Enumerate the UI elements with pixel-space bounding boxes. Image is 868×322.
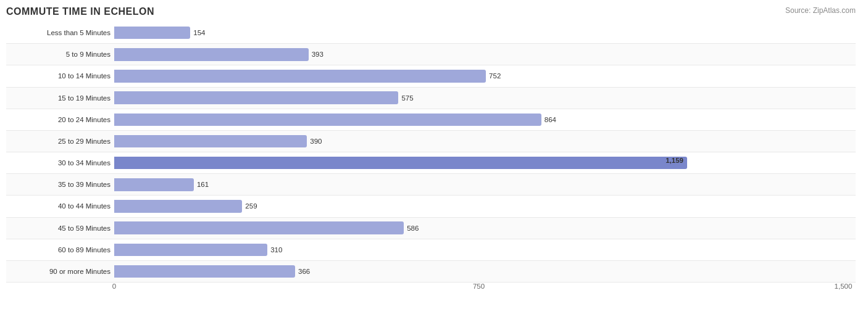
bar-label: 45 to 59 Minutes — [6, 225, 114, 232]
bar-value: 161 — [197, 181, 209, 188]
bar-value: 393 — [312, 51, 323, 58]
x-axis: 07501,500 — [114, 283, 843, 295]
bar-track: 259 — [114, 200, 856, 213]
bar-value: 1,159 — [666, 157, 683, 164]
bar-label: 40 to 44 Minutes — [6, 202, 114, 210]
bar-track: 393 — [114, 48, 856, 61]
bar-track: 864 — [114, 114, 856, 126]
bar-value: 259 — [245, 202, 257, 210]
bar-fill — [114, 70, 486, 83]
bar-label: 35 to 39 Minutes — [6, 181, 114, 188]
chart-title: COMMUTE TIME IN ECHELON — [6, 6, 856, 17]
bar-label: 10 to 14 Minutes — [6, 72, 114, 80]
bar-track: 586 — [114, 221, 856, 234]
bar-value: 575 — [401, 94, 413, 102]
bar-fill — [114, 91, 398, 104]
bar-label: 5 to 9 Minutes — [6, 51, 114, 58]
bar-value: 366 — [298, 268, 310, 275]
bar-track: 366 — [114, 265, 856, 278]
bar-row: 45 to 59 Minutes586 — [6, 218, 856, 239]
bar-fill — [114, 178, 194, 191]
bar-row: 20 to 24 Minutes864 — [6, 109, 856, 131]
bar-value: 310 — [270, 246, 282, 254]
bar-row: 60 to 89 Minutes310 — [6, 239, 856, 261]
bar-label: 25 to 29 Minutes — [6, 138, 114, 145]
x-axis-tick: 0 — [112, 283, 116, 290]
bar-fill — [114, 27, 190, 39]
x-axis-tick: 750 — [473, 283, 485, 290]
chart-area: Less than 5 Minutes1545 to 9 Minutes3931… — [6, 22, 856, 283]
bar-label: 60 to 89 Minutes — [6, 246, 114, 254]
bar-value: 586 — [407, 225, 419, 232]
bar-label: 90 or more Minutes — [6, 268, 114, 275]
bar-value: 154 — [193, 29, 205, 36]
bar-row: Less than 5 Minutes154 — [6, 22, 856, 44]
bar-label: 30 to 34 Minutes — [6, 159, 114, 167]
bar-value: 752 — [489, 72, 501, 80]
bar-track: 154 — [114, 27, 856, 39]
bar-track: 310 — [114, 244, 856, 257]
bar-track: 1,159 — [114, 157, 856, 170]
bar-row: 25 to 29 Minutes390 — [6, 131, 856, 152]
bar-fill — [114, 244, 267, 257]
bar-fill — [114, 200, 242, 213]
bar-fill: 1,159 — [114, 157, 687, 170]
bar-row: 40 to 44 Minutes259 — [6, 196, 856, 217]
bar-fill — [114, 114, 541, 126]
bar-fill — [114, 135, 307, 148]
bar-fill — [114, 221, 404, 234]
bar-track: 752 — [114, 70, 856, 83]
bar-track: 161 — [114, 178, 856, 191]
bar-row: 30 to 34 Minutes1,159 — [6, 152, 856, 174]
bar-value: 864 — [545, 116, 556, 123]
bar-track: 390 — [114, 135, 856, 148]
bar-row: 15 to 19 Minutes575 — [6, 88, 856, 109]
x-axis-tick: 1,500 — [835, 283, 853, 290]
bar-fill — [114, 48, 309, 61]
source-label: Source: ZipAtlas.com — [785, 6, 856, 15]
bar-row: 90 or more Minutes366 — [6, 261, 856, 283]
bar-row: 5 to 9 Minutes393 — [6, 44, 856, 65]
bar-label: 20 to 24 Minutes — [6, 116, 114, 123]
bar-fill — [114, 265, 295, 278]
bar-track: 575 — [114, 91, 856, 104]
chart-container: COMMUTE TIME IN ECHELON Source: ZipAtlas… — [0, 0, 868, 322]
bar-label: Less than 5 Minutes — [6, 29, 114, 36]
bar-row: 35 to 39 Minutes161 — [6, 174, 856, 196]
bar-value: 390 — [310, 138, 322, 145]
bar-label: 15 to 19 Minutes — [6, 94, 114, 102]
bar-row: 10 to 14 Minutes752 — [6, 65, 856, 87]
